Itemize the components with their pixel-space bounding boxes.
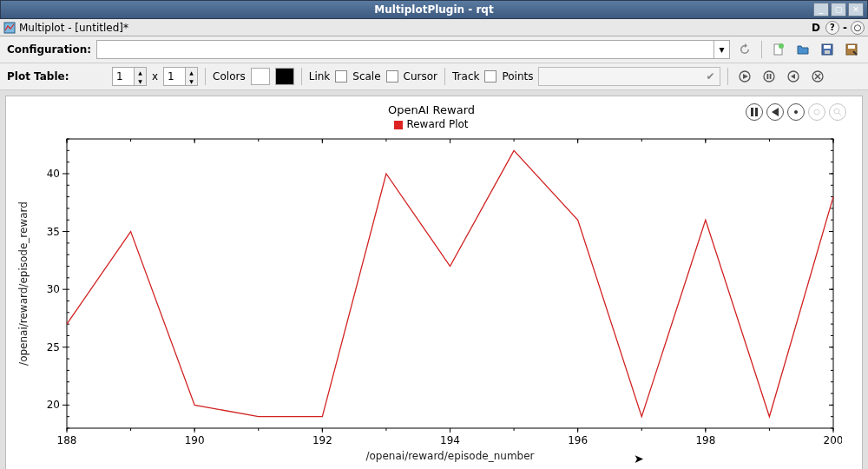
play-icon xyxy=(739,70,751,83)
svg-rect-7 xyxy=(848,45,855,49)
rewind-icon xyxy=(787,70,799,83)
legend-swatch xyxy=(394,121,403,129)
svg-text:200: 200 xyxy=(824,434,842,446)
refresh-config-button[interactable] xyxy=(735,40,754,59)
new-file-button[interactable] xyxy=(769,40,788,59)
plot-pause-button[interactable] xyxy=(746,103,763,121)
check-icon: ✔ xyxy=(700,70,720,83)
save-as-button[interactable] xyxy=(842,40,861,59)
scale-checkbox[interactable] xyxy=(386,70,398,83)
color-swatch-1[interactable] xyxy=(251,68,270,85)
svg-text:20: 20 xyxy=(47,399,60,411)
chart-canvas[interactable]: 1881901921941961982002025303540/openai/r… xyxy=(13,130,842,465)
svg-text:198: 198 xyxy=(695,434,715,446)
svg-text:190: 190 xyxy=(185,434,205,446)
svg-text:/openai/reward/episode_number: /openai/reward/episode_number xyxy=(365,450,534,462)
close-button[interactable]: ✕ xyxy=(848,3,864,17)
svg-rect-19 xyxy=(755,108,758,116)
color-swatch-2[interactable] xyxy=(275,68,294,85)
svg-rect-18 xyxy=(751,108,753,116)
separator xyxy=(444,68,445,85)
rows-spinner[interactable]: 1 ▲▼ xyxy=(112,67,147,86)
target-icon xyxy=(792,108,800,116)
menu-options-button[interactable]: ○ xyxy=(851,21,865,35)
legend-label: Reward Plot xyxy=(406,118,468,130)
open-file-button[interactable] xyxy=(793,40,812,59)
cols-value: 1 xyxy=(164,68,185,85)
rows-down[interactable]: ▼ xyxy=(135,76,146,85)
cols-spinner[interactable]: 1 ▲▼ xyxy=(163,67,198,86)
plot-panel: OpenAI Reward Reward Plot 18819019219419… xyxy=(5,96,863,469)
separator xyxy=(761,41,762,58)
window-title: MultiplotPlugin - rqt xyxy=(374,3,493,16)
pause-icon xyxy=(763,70,775,83)
svg-rect-25 xyxy=(67,139,833,428)
svg-rect-12 xyxy=(770,74,772,79)
svg-text:40: 40 xyxy=(47,168,60,180)
window-titlebar: MultiplotPlugin - rqt _ ▢ ✕ xyxy=(0,0,868,19)
clear-button[interactable] xyxy=(808,67,827,86)
d-label: D xyxy=(812,22,820,34)
pause-icon xyxy=(750,108,759,116)
track-combo[interactable]: ✔ xyxy=(538,67,720,86)
separator xyxy=(205,68,206,85)
help-button[interactable]: ? xyxy=(825,21,839,35)
svg-point-2 xyxy=(779,43,784,49)
scale-label: Scale xyxy=(352,70,380,83)
chevron-down-icon[interactable]: ▾ xyxy=(713,41,729,58)
refresh-icon xyxy=(738,43,752,56)
svg-text:/openai/reward/episode_reward: /openai/reward/episode_reward xyxy=(17,201,30,366)
separator xyxy=(301,68,302,85)
svg-text:194: 194 xyxy=(440,434,460,446)
svg-point-22 xyxy=(814,109,819,115)
rewind-button[interactable] xyxy=(784,67,803,86)
plot-disabled-button-1 xyxy=(808,103,825,121)
plot-title: OpenAI Reward xyxy=(13,103,850,116)
plot-legend: Reward Plot xyxy=(13,118,850,130)
rows-up[interactable]: ▲ xyxy=(135,68,146,76)
svg-point-10 xyxy=(764,71,774,82)
menubar: Multiplot - [untitled]* D ? - ○ xyxy=(0,19,868,36)
menu-dash: - xyxy=(843,22,847,34)
plot-rewind-button[interactable] xyxy=(766,103,784,121)
svg-text:25: 25 xyxy=(47,341,60,353)
svg-marker-9 xyxy=(743,74,748,79)
link-checkbox[interactable] xyxy=(335,70,347,83)
colors-label: Colors xyxy=(213,70,246,83)
rows-value: 1 xyxy=(113,68,134,85)
rewind-icon xyxy=(771,108,779,116)
folder-open-icon xyxy=(796,43,810,56)
separator xyxy=(727,68,728,85)
maximize-button[interactable]: ▢ xyxy=(831,3,846,17)
file-new-icon xyxy=(772,43,786,56)
svg-marker-20 xyxy=(772,108,779,116)
circle-icon xyxy=(812,108,821,116)
pause-button[interactable] xyxy=(760,67,779,86)
cols-down[interactable]: ▼ xyxy=(186,76,197,85)
play-button[interactable] xyxy=(735,67,754,86)
app-icon xyxy=(3,22,16,34)
save-file-button[interactable] xyxy=(818,40,837,59)
cols-up[interactable]: ▲ xyxy=(186,68,197,76)
points-label: Points xyxy=(502,70,533,83)
configuration-toolbar: Configuration: ▾ xyxy=(0,36,868,63)
plot-table-label: Plot Table: xyxy=(7,70,107,83)
plot-home-button[interactable] xyxy=(787,103,805,121)
save-as-icon xyxy=(845,43,858,56)
track-label: Track xyxy=(452,70,479,83)
clear-icon xyxy=(812,70,824,83)
link-label: Link xyxy=(309,70,331,83)
svg-line-24 xyxy=(838,113,841,116)
svg-text:196: 196 xyxy=(568,434,588,446)
configuration-combo[interactable]: ▾ xyxy=(96,40,730,59)
plot-zoom-button xyxy=(829,103,846,121)
minimize-button[interactable]: _ xyxy=(813,3,829,17)
svg-rect-5 xyxy=(825,50,830,54)
track-checkbox[interactable] xyxy=(484,70,496,83)
svg-text:192: 192 xyxy=(312,434,332,446)
save-icon xyxy=(820,43,834,56)
zoom-icon xyxy=(833,108,842,116)
x-separator: x xyxy=(152,70,158,83)
svg-marker-14 xyxy=(791,74,795,79)
svg-text:188: 188 xyxy=(57,434,77,446)
